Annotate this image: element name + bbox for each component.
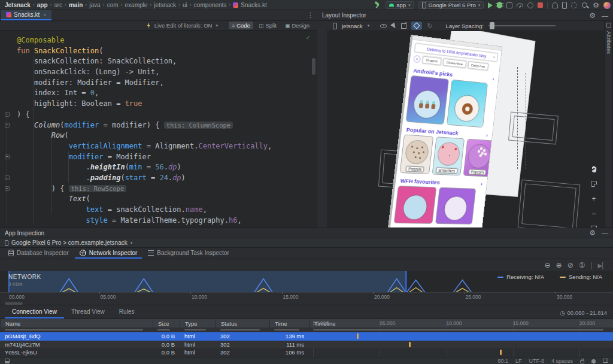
app-quality-insights-button[interactable]: [527, 2, 533, 8]
breadcrumb-item[interactable]: Snacks.kt: [241, 2, 266, 8]
status-widget[interactable]: 80:1: [497, 358, 508, 364]
chevron-down-icon[interactable]: ▾: [216, 23, 218, 28]
filter-chip[interactable]: Dairy-free: [468, 61, 488, 70]
reset-view-icon[interactable]: ↻: [427, 22, 432, 30]
code-line[interactable]: modifier: Modifier = Modifier,: [17, 78, 309, 89]
breadcrumb-item[interactable]: ui: [183, 2, 187, 8]
editor-scrollbar[interactable]: [312, 58, 315, 75]
code-line[interactable]: onSnackClick: (Long) -> Unit,: [17, 67, 309, 78]
code-line[interactable]: ) { this: RowScope: [17, 184, 309, 195]
panel-settings-gear-icon[interactable]: ⚙: [589, 229, 596, 236]
layout-inspector-canvas[interactable]: Delivery to 1600 Amphitheater Way ▾ ▼ Or…: [327, 31, 605, 228]
code-line[interactable]: @Composable: [17, 35, 309, 46]
select-component-icon[interactable]: [391, 22, 398, 29]
device-screen-preview[interactable]: Delivery to 1600 Amphitheater Way ▾ ▼ Or…: [387, 35, 502, 228]
breadcrumb-item[interactable]: main: [69, 2, 83, 8]
code-line[interactable]: modifier = Modifier: [17, 152, 309, 163]
run-config-dropdown[interactable]: app ▾: [386, 1, 414, 9]
panel-settings-gear-icon[interactable]: ⚙: [589, 12, 596, 19]
code-line[interactable]: text = snackCollection.name,: [17, 205, 309, 216]
code-line[interactable]: .padding(start = 24.dp): [17, 173, 309, 184]
section-more-icon[interactable]: ›: [486, 132, 488, 138]
fold-marker-icon[interactable]: [5, 112, 10, 117]
coverage-button[interactable]: [506, 2, 512, 8]
build-hammer-icon[interactable]: [374, 1, 381, 9]
zoom-out-button[interactable]: −: [589, 209, 599, 219]
zoom-out-button[interactable]: ⊖: [545, 261, 551, 269]
section-more-icon[interactable]: ›: [480, 181, 482, 187]
code-line[interactable]: ) {: [17, 110, 309, 120]
snack-card[interactable]: [406, 76, 448, 125]
view-tab-design[interactable]: ▣Design: [282, 22, 312, 29]
breadcrumb-item[interactable]: Jetsnack: [5, 2, 31, 8]
code-line[interactable]: highlight: Boolean = true: [17, 99, 309, 110]
live-edit-label[interactable]: Live Edit of literals: ON: [154, 22, 213, 29]
lock-icon[interactable]: [580, 360, 584, 363]
tool-window-toggle-icon[interactable]: [5, 359, 10, 363]
fold-marker-icon[interactable]: [5, 175, 10, 180]
conn-tab-connection-view[interactable]: Connection View: [5, 305, 64, 318]
table-row[interactable]: pGM4sjt_BdQ0.0 Bhtml302139 ms: [0, 332, 613, 341]
code-line[interactable]: Text(: [17, 194, 309, 205]
minimize-icon[interactable]: —: [602, 12, 608, 19]
layer-spacing-slider[interactable]: [488, 25, 556, 26]
view-tab-split[interactable]: ◫Split: [256, 22, 280, 29]
code-line[interactable]: style = MaterialTheme.typography.h6,: [17, 216, 309, 226]
chevron-down-icon[interactable]: ▾: [368, 23, 370, 28]
breadcrumb-item[interactable]: components: [194, 2, 226, 8]
device-manager-button[interactable]: [562, 2, 567, 9]
slider-thumb[interactable]: [490, 22, 494, 29]
zoom-in-button[interactable]: +: [589, 194, 599, 204]
toggle-3d-mode-button[interactable]: [411, 22, 422, 30]
device-dropdown[interactable]: Google Pixel 6 Pro ▾: [418, 1, 484, 9]
attributes-stripe[interactable]: Attributes: [604, 21, 613, 228]
tab-network-inspector[interactable]: Network Inspector: [75, 248, 142, 259]
filter-chip[interactable]: Organic: [422, 56, 441, 65]
close-tab-icon[interactable]: ×: [43, 12, 46, 18]
minimize-icon[interactable]: —: [602, 229, 608, 236]
column-resize-bar[interactable]: [314, 329, 603, 330]
code-line[interactable]: .heightIn(min = 56.dp): [17, 162, 309, 173]
profiler-button[interactable]: [517, 3, 523, 7]
tab-database-inspector[interactable]: Database Inspector: [4, 248, 74, 259]
snack-card[interactable]: [436, 188, 475, 224]
view-options-eye-icon[interactable]: [380, 24, 387, 28]
column-resize-bar[interactable]: [274, 329, 299, 330]
network-chart[interactable]: NETWORK 3 KB/s Receiving: N/ASending: N/…: [0, 271, 613, 292]
column-header-name[interactable]: Name: [0, 319, 153, 327]
logcat-button[interactable]: [552, 2, 558, 8]
status-widget[interactable]: 4 spaces: [551, 358, 573, 364]
fold-marker-icon[interactable]: [5, 154, 10, 159]
breadcrumb-item[interactable]: java: [89, 2, 100, 8]
sync-button[interactable]: [571, 2, 577, 8]
breadcrumb-item[interactable]: jetsnack: [154, 2, 176, 8]
column-header-size[interactable]: Size: [153, 319, 180, 327]
breadcrumb-item[interactable]: example: [125, 2, 148, 8]
conn-tab-thread-view[interactable]: Thread View: [64, 305, 112, 318]
tab-background-task-inspector[interactable]: Background Task Inspector: [143, 248, 233, 259]
snack-card[interactable]: Pretzels: [400, 135, 433, 174]
code-line[interactable]: index: Int = 0,: [17, 88, 309, 99]
pan-button[interactable]: [589, 164, 599, 174]
code-line[interactable]: Row(: [17, 131, 309, 141]
breadcrumb-item[interactable]: app: [37, 2, 48, 8]
export-snapshot-icon[interactable]: [401, 23, 406, 29]
status-widget[interactable]: UTF-8: [529, 358, 544, 364]
snack-card[interactable]: [394, 186, 436, 223]
conn-tab-rules[interactable]: Rules: [112, 305, 142, 318]
search-button[interactable]: [581, 2, 588, 9]
table-row[interactable]: Yc5sL-ejk6U0.0 Bhtml302106 ms: [0, 348, 613, 357]
table-row[interactable]: m741tj4Cz7M0.0 Bhtml302111 ms: [0, 341, 613, 349]
breadcrumb-item[interactable]: src: [54, 2, 62, 8]
column-resize-bar[interactable]: [184, 329, 206, 330]
section-more-icon[interactable]: ›: [492, 75, 494, 82]
run-button[interactable]: [488, 2, 493, 8]
column-header-status[interactable]: Status: [216, 319, 269, 327]
stop-button[interactable]: [538, 2, 543, 8]
snack-card[interactable]: [447, 80, 487, 127]
breadcrumb-item[interactable]: com: [107, 2, 119, 8]
column-header-time[interactable]: Time: [269, 319, 309, 327]
status-widget[interactable]: LF: [515, 358, 522, 364]
fold-marker-icon[interactable]: [5, 186, 10, 191]
reset-zoom-button[interactable]: ⊘: [568, 261, 573, 269]
